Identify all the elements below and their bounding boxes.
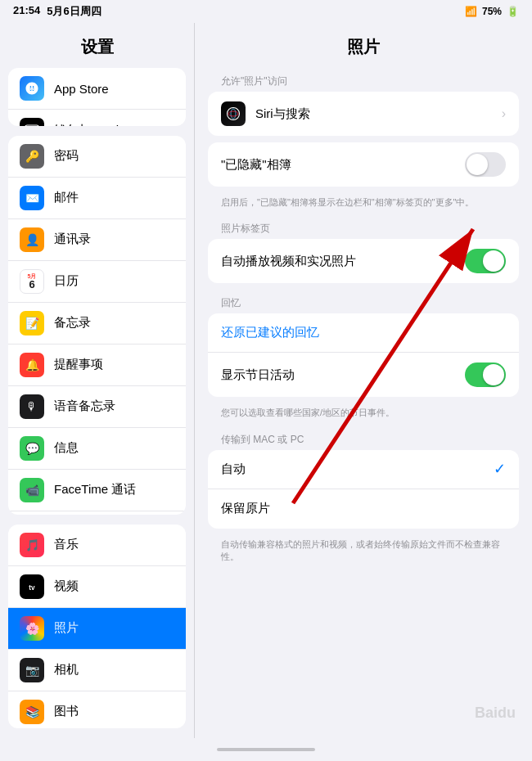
siri-title: Siri与搜索	[255, 106, 502, 122]
messages-icon: 💬	[20, 436, 44, 461]
appstore-label: App Store	[54, 82, 109, 96]
row-siri[interactable]: Siri与搜索 ›	[208, 92, 519, 136]
facetime-icon: 📹	[20, 478, 44, 502]
sidebar-item-photos[interactable]: 🌸 照片	[8, 608, 186, 650]
sidebar-item-messages[interactable]: 💬 信息	[8, 428, 186, 470]
sidebar-item-tv[interactable]: tv 视频	[8, 566, 186, 608]
camera-label: 相机	[54, 662, 79, 678]
section-label-memories: 回忆	[208, 290, 519, 313]
row-restore-memories[interactable]: 还原已建议的回忆	[208, 313, 519, 353]
watermark: Baidu	[475, 705, 516, 722]
books-label: 图书	[54, 704, 79, 719]
hidden-album-toggle[interactable]	[465, 152, 506, 177]
mail-icon: ✉️	[20, 186, 44, 210]
content-wrapper: 照片 允许"照片"访问 Siri与搜索 ›	[195, 23, 532, 738]
wallet-label: 钱包与 Apple Pay	[54, 123, 151, 126]
content-section-memories: 还原已建议的回忆 显示节日活动	[208, 313, 519, 397]
sidebar-item-facetime[interactable]: 📹 FaceTime 通话	[8, 470, 186, 511]
sidebar-section-3: 🎵 音乐 tv 视频 🌸 照片 📷 相机 📚 图书	[8, 525, 186, 728]
contacts-label: 通讯录	[54, 232, 91, 247]
section-label-access: 允许"照片"访问	[208, 68, 519, 92]
main-layout: 设置 A App Store 钱包与 Apple Pay 🔑 密码	[0, 23, 532, 738]
mail-label: 邮件	[54, 190, 79, 205]
auto-title: 自动	[221, 462, 494, 477]
voicememos-icon: 🎙	[20, 394, 44, 419]
sidebar-section-1: A App Store 钱包与 Apple Pay	[8, 68, 186, 126]
svg-point-6	[231, 109, 236, 119]
sidebar-section-2: 🔑 密码 ✉️ 邮件 👤 通讯录 5月 6 日历 📝 备忘录	[8, 136, 186, 515]
siri-icon	[221, 101, 246, 126]
facetime-label: FaceTime 通话	[54, 482, 136, 498]
reminders-label: 提醒事项	[54, 357, 103, 372]
autoplay-toggle[interactable]	[465, 249, 506, 273]
wifi-icon: 📶	[465, 6, 477, 17]
reminders-icon: 🔔	[20, 353, 44, 377]
holidays-knob	[483, 364, 504, 385]
appstore-icon: A	[20, 76, 44, 101]
autoplay-knob	[483, 250, 504, 272]
sidebar-item-notes[interactable]: 📝 备忘录	[8, 303, 186, 344]
photos-label: 照片	[54, 620, 79, 636]
hidden-album-subtext: 启用后，"已隐藏"相簿将显示在边栏和"相簿"标签页的"更多"中。	[208, 193, 519, 215]
siri-chevron: ›	[502, 106, 506, 121]
status-bar-right: 📶 75% 🔋	[465, 6, 519, 17]
bottom-bar	[0, 738, 532, 761]
holidays-subtext: 您可以选取查看哪些国家/地区的节日事件。	[208, 403, 519, 426]
date: 5月6日周四	[47, 4, 101, 19]
row-auto[interactable]: 自动 ✓	[208, 450, 519, 489]
show-holidays-title: 显示节日活动	[221, 367, 465, 383]
sidebar-item-calendar[interactable]: 5月 6 日历	[8, 261, 186, 303]
status-bar-left: 21:54 5月6日周四	[13, 4, 101, 19]
time: 21:54	[13, 4, 40, 19]
photos-icon: 🌸	[20, 616, 44, 641]
auto-checkmark: ✓	[494, 460, 506, 478]
row-hidden-album[interactable]: "已隐藏"相簿	[208, 142, 519, 187]
sidebar-item-music[interactable]: 🎵 音乐	[8, 525, 186, 566]
section-label-photos-tab: 照片标签页	[208, 215, 519, 239]
hidden-album-title: "已隐藏"相簿	[221, 157, 465, 173]
show-holidays-toggle[interactable]	[465, 362, 506, 387]
svg-point-5	[228, 108, 240, 120]
music-icon: 🎵	[20, 533, 44, 557]
sidebar-item-safari[interactable]: 🧭 Safari浏览器	[8, 511, 186, 515]
toggle-knob	[467, 154, 488, 175]
svg-text:tv: tv	[29, 584, 35, 592]
sidebar-item-voicememos[interactable]: 🎙 语音备忘录	[8, 386, 186, 428]
row-autoplay[interactable]: 自动播放视频和实况照片	[208, 239, 519, 283]
content-section-hidden: "已隐藏"相簿	[208, 142, 519, 187]
row-keep-original[interactable]: 保留原片	[208, 489, 519, 529]
messages-label: 信息	[54, 440, 79, 456]
svg-point-7	[228, 111, 238, 116]
sidebar-item-books[interactable]: 📚 图书	[8, 691, 186, 728]
svg-text:A: A	[30, 85, 34, 91]
password-label: 密码	[54, 148, 79, 164]
sidebar-item-contacts[interactable]: 👤 通讯录	[8, 219, 186, 261]
keep-original-title: 保留原片	[221, 501, 506, 516]
sidebar-item-wallet[interactable]: 钱包与 Apple Pay	[8, 110, 186, 126]
status-bar: 21:54 5月6日周四 📶 75% 🔋	[0, 0, 532, 23]
camera-icon: 📷	[20, 658, 44, 682]
notes-icon: 📝	[20, 311, 44, 335]
row-show-holidays[interactable]: 显示节日活动	[208, 353, 519, 397]
battery-icon: 🔋	[507, 6, 519, 17]
notes-label: 备忘录	[54, 315, 91, 331]
tv-icon: tv	[20, 574, 44, 599]
wallet-icon	[20, 118, 44, 126]
content-section-access: Siri与搜索 ›	[208, 92, 519, 136]
content-section-photos-tab: 自动播放视频和实况照片	[208, 239, 519, 283]
section-label-transfer: 传输到 MAC 或 PC	[208, 426, 519, 450]
books-icon: 📚	[20, 700, 44, 724]
content-section-transfer: 自动 ✓ 保留原片	[208, 450, 519, 529]
content-area: 照片 允许"照片"访问 Siri与搜索 ›	[195, 23, 532, 570]
sidebar-item-password[interactable]: 🔑 密码	[8, 136, 186, 178]
contacts-icon: 👤	[20, 227, 44, 252]
password-icon: 🔑	[20, 144, 44, 169]
sidebar-header: 设置	[0, 23, 194, 68]
sidebar-item-appstore[interactable]: A App Store	[8, 68, 186, 110]
sidebar: 设置 A App Store 钱包与 Apple Pay 🔑 密码	[0, 23, 195, 738]
calendar-icon: 5月 6	[20, 269, 44, 294]
sidebar-item-camera[interactable]: 📷 相机	[8, 650, 186, 691]
sidebar-item-mail[interactable]: ✉️ 邮件	[8, 178, 186, 219]
transfer-subtext: 自动传输兼容格式的照片和视频，或者始终传输原始文件而不检查兼容性。	[208, 535, 519, 570]
sidebar-item-reminders[interactable]: 🔔 提醒事项	[8, 344, 186, 386]
